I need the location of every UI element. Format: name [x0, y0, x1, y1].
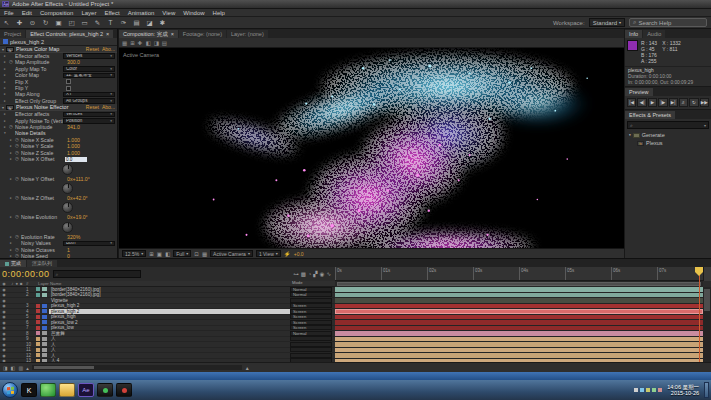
layer-duration-bar[interactable] — [335, 331, 703, 336]
eye-icon[interactable]: ◉ — [0, 303, 8, 308]
blend-mode-dropdown[interactable]: Screen — [290, 303, 332, 308]
label-color-chip[interactable] — [36, 287, 40, 291]
layer-duration-bar[interactable] — [335, 320, 703, 325]
viewer-toolbar-icon[interactable]: ◨ — [154, 40, 159, 46]
comp-marker-bin[interactable] — [703, 267, 711, 281]
menu-item[interactable]: Edit — [18, 10, 36, 16]
layer-duration-bar[interactable] — [335, 353, 703, 358]
blend-mode-dropdown[interactable]: Screen — [290, 314, 332, 319]
current-time-indicator[interactable] — [699, 267, 700, 362]
eye-icon[interactable]: ◉ — [0, 314, 8, 319]
property-dropdown[interactable]: Vertices▾ — [63, 112, 115, 118]
layer-name[interactable]: 人 — [49, 336, 290, 341]
blend-mode-dropdown[interactable]: Screen — [290, 320, 332, 325]
show-desktop-button[interactable] — [704, 382, 709, 398]
clone-stamp-tool[interactable]: ▤ — [130, 18, 143, 28]
hand-tool[interactable]: ✚ — [13, 18, 26, 28]
viewer-toolbar-icon[interactable]: ✚ — [138, 40, 143, 46]
tab-effects-presets[interactable]: Effects & Presets — [625, 111, 675, 119]
effect-property-row[interactable]: ◷ Noise Y Offset 0x+111.0° 0x+111.0°▾ 0x… — [0, 176, 117, 195]
menu-item[interactable]: Animation — [124, 10, 159, 16]
tray-input-icon[interactable] — [658, 388, 662, 392]
about-link[interactable]: Abo... — [102, 104, 115, 110]
next-frame-button[interactable]: |▶ — [658, 98, 667, 107]
layer-duration-bar[interactable] — [335, 298, 703, 303]
composition-mini-flowchart-icon[interactable]: ⊶ — [293, 271, 299, 277]
timeline-horizontal-scrollbar[interactable] — [32, 365, 242, 370]
eye-icon[interactable]: ◉ — [0, 347, 8, 352]
blend-mode-dropdown[interactable]: Screen — [290, 325, 332, 330]
grid-guides-icon[interactable]: ⊞ — [149, 251, 154, 257]
menu-item[interactable]: Effect — [100, 10, 123, 16]
taskbar-qq-icon[interactable] — [116, 383, 132, 397]
audio-button[interactable]: ♬ — [679, 98, 688, 107]
effects-item-plexus[interactable]: fx Plexus — [625, 139, 711, 147]
property-edit-field[interactable]: 0.0 — [65, 157, 87, 163]
property-dropdown[interactable]: 12: 蓝紫渐变▾ — [63, 73, 115, 79]
label-color-chip[interactable] — [36, 293, 40, 297]
start-button[interactable] — [2, 382, 18, 398]
snapshot-icon[interactable]: ▣ — [157, 251, 162, 257]
region-of-interest-icon[interactable]: ⊡ — [194, 251, 199, 257]
blend-mode-dropdown[interactable] — [290, 298, 332, 303]
label-color-chip[interactable] — [36, 309, 40, 313]
layer-duration-bar[interactable] — [335, 315, 703, 320]
twirl-icon[interactable] — [4, 130, 9, 136]
tab-footage[interactable]: Footage: (none) — [179, 30, 226, 38]
blend-mode-dropdown[interactable] — [290, 353, 332, 358]
label-color-chip[interactable] — [36, 298, 40, 302]
property-dropdown[interactable]: Color▾ — [63, 66, 115, 72]
draft-3d-icon[interactable]: ▩ — [301, 271, 306, 277]
tab-info[interactable]: Info — [625, 30, 642, 38]
timeline-search-input[interactable]: ⌕ — [53, 270, 141, 278]
reset-link[interactable]: Reset — [86, 104, 99, 110]
first-frame-button[interactable]: |◀ — [627, 98, 636, 107]
tray-volume-icon[interactable] — [646, 388, 650, 392]
layer-name[interactable]: plexus_high 2 — [49, 303, 290, 308]
eye-icon[interactable]: ◉ — [0, 331, 8, 336]
property-checkbox[interactable] — [66, 79, 71, 84]
title-bar[interactable]: Ae Adobe After Effects - Untitled Projec… — [0, 0, 711, 9]
rotation-dial[interactable] — [62, 202, 73, 213]
zoom-in-mountain-icon[interactable]: ▲ — [245, 365, 250, 371]
menu-item[interactable]: Layer — [77, 10, 100, 16]
workspace-dropdown[interactable]: Standard▾ — [589, 18, 625, 27]
blend-mode-dropdown[interactable] — [290, 336, 332, 341]
search-help-box[interactable]: ⌕ Search Help — [629, 18, 707, 27]
tray-safety-icon[interactable] — [652, 388, 656, 392]
layer-name[interactable]: Vignette — [49, 298, 290, 303]
zoom-out-mountain-icon[interactable]: ▴ — [26, 365, 29, 371]
layer-name[interactable]: 人 — [49, 342, 290, 347]
3d-view-dropdown[interactable]: Active Camera▾ — [210, 250, 253, 257]
layer-name[interactable]: plexus_high — [49, 314, 290, 319]
pen-tool[interactable]: ✎ — [91, 18, 104, 28]
pan-behind-tool[interactable]: ◰ — [65, 18, 78, 28]
label-color-chip[interactable] — [36, 342, 40, 346]
tab-composition[interactable]: Composition: 完成 × — [119, 30, 178, 38]
timeline-tab-comp[interactable]: 完成 — [0, 260, 26, 267]
eye-icon[interactable]: ◉ — [0, 287, 8, 292]
show-channel-icon[interactable]: ◧ — [165, 251, 170, 257]
last-frame-button[interactable]: ▶| — [669, 98, 678, 107]
menu-item[interactable]: Help — [209, 10, 229, 16]
property-checkbox[interactable] — [66, 86, 71, 91]
eye-icon[interactable]: ◉ — [0, 342, 8, 347]
layer-name[interactable]: [border(3840×2160).jpg] — [49, 287, 290, 292]
layer-name[interactable]: [border(3840×2160).jpg] — [49, 292, 290, 297]
tab-preview[interactable]: Preview — [625, 88, 653, 96]
eye-icon[interactable]: ◉ — [0, 298, 8, 303]
blend-mode-dropdown[interactable]: Normal — [290, 287, 332, 292]
layer-duration-bar[interactable] — [335, 293, 703, 298]
effects-search-input[interactable]: ⌕ ▾ — [627, 121, 709, 129]
current-time-display[interactable]: 0:00:00:00 — [2, 269, 50, 279]
about-link[interactable]: Abo... — [102, 46, 115, 52]
effect-header-plexus-color-map[interactable]: ▾ fx Plexus Color Map Reset Abo... — [0, 46, 117, 53]
layer-name[interactable]: 人 — [49, 353, 290, 358]
exposure-value[interactable]: +0.0 — [294, 251, 304, 257]
transparency-grid-icon[interactable]: ▦ — [202, 251, 207, 257]
close-icon[interactable]: × — [106, 31, 109, 37]
tab-project[interactable]: Project — [0, 30, 25, 38]
composition-viewport[interactable]: Active Camera — [119, 48, 624, 248]
layer-duration-bar[interactable] — [335, 304, 703, 309]
menu-item[interactable]: Composition — [36, 10, 77, 16]
